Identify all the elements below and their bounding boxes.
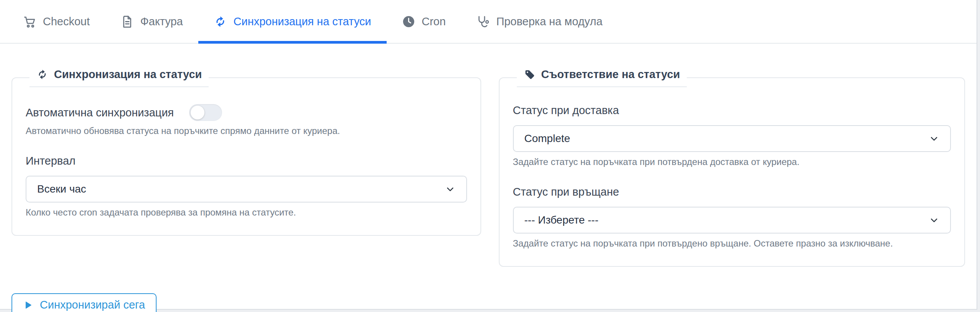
status-sync-legend: Синхронизация на статуси <box>29 68 209 87</box>
return-status-select[interactable]: --- Изберете --- <box>513 207 951 234</box>
tab-label: Фактура <box>140 15 183 28</box>
fieldset-title: Синхронизация на статуси <box>54 68 202 81</box>
stethoscope-icon <box>476 15 490 28</box>
play-icon <box>23 300 33 310</box>
sync-now-label: Синхронизирай сега <box>40 299 145 311</box>
invoice-icon <box>121 15 134 28</box>
status-sync-fieldset: Синхронизация на статуси Автоматична син… <box>11 68 481 236</box>
interval-select[interactable]: Всеки час <box>26 176 467 203</box>
delivered-status-help: Задайте статус на поръчката при потвърде… <box>513 157 951 167</box>
chevron-down-icon <box>929 133 939 144</box>
auto-sync-row: Автоматична синхронизация <box>26 104 467 121</box>
select-value: Complete <box>524 132 570 145</box>
delivered-status-label: Статус при доставка <box>513 104 951 117</box>
tag-icon <box>524 69 536 80</box>
settings-content: Синхронизация на статуси Автоматична син… <box>0 44 977 267</box>
sync-now-button[interactable]: Синхронизирай сега <box>11 293 157 312</box>
return-status-label: Статус при връщане <box>513 186 951 198</box>
toggle-knob <box>191 106 204 119</box>
return-status-group: Статус при връщане --- Изберете --- Зада… <box>513 186 951 249</box>
tab-label: Cron <box>422 15 446 28</box>
status-mapping-legend: Съответствие на статуси <box>517 68 687 87</box>
auto-sync-toggle[interactable] <box>189 104 222 121</box>
delivered-status-select[interactable]: Complete <box>513 125 951 152</box>
sync-icon <box>214 15 227 28</box>
interval-help: Колко често cron задачата проверява за п… <box>26 207 467 218</box>
sync-icon <box>36 69 48 80</box>
tab-label: Checkout <box>43 15 90 28</box>
select-value: --- Изберете --- <box>524 214 599 226</box>
status-mapping-fieldset: Съответствие на статуси Статус при доста… <box>499 68 965 267</box>
tab-status-sync[interactable]: Синхронизация на статуси <box>198 0 387 43</box>
interval-group: Интервал Всеки час Колко често cron зада… <box>26 155 467 218</box>
tab-checkout[interactable]: Checkout <box>8 0 105 43</box>
tab-cron[interactable]: Cron <box>387 0 461 43</box>
return-status-help: Задайте статус на поръчката при потвърде… <box>513 238 951 249</box>
fieldset-title: Съответствие на статуси <box>541 68 680 81</box>
clock-icon <box>402 15 415 28</box>
tab-label: Проверка на модула <box>496 15 602 28</box>
tab-bar: Checkout Фактура Синхронизация на статус… <box>0 0 977 44</box>
tab-module-check[interactable]: Проверка на модула <box>461 0 617 43</box>
chevron-down-icon <box>929 215 939 225</box>
footer-actions: Синхронизирай сега <box>0 267 977 312</box>
chevron-down-icon <box>445 184 456 194</box>
interval-label: Интервал <box>26 155 467 167</box>
tab-label: Синхронизация на статуси <box>234 15 371 28</box>
delivered-status-group: Статус при доставка Complete Задайте ста… <box>513 104 951 167</box>
auto-sync-help: Автоматично обновява статуса на поръчкит… <box>26 126 467 136</box>
cart-icon <box>23 15 36 28</box>
auto-sync-label: Автоматична синхронизация <box>26 106 174 119</box>
tab-invoice[interactable]: Фактура <box>105 0 198 43</box>
select-value: Всеки час <box>37 183 86 195</box>
module-settings-panel: Checkout Фактура Синхронизация на статус… <box>0 0 977 310</box>
